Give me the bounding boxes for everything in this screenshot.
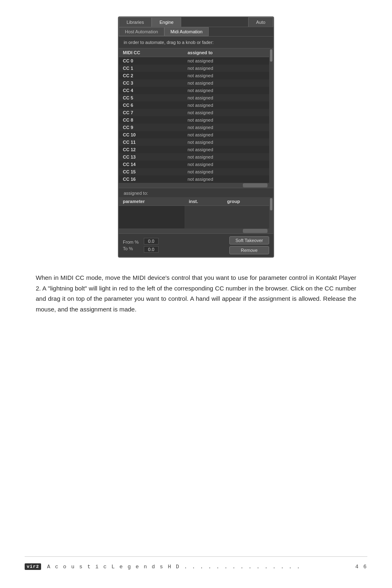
midi-assigned-cell: not assigned <box>183 72 269 79</box>
midi-assigned-cell: not assigned <box>183 175 269 183</box>
tab-engine[interactable]: Engine <box>152 17 181 27</box>
midi-cc-cell: CC 6 <box>119 101 183 109</box>
param-col-header: parameter <box>119 197 184 206</box>
vertical-scrollbar[interactable] <box>269 48 273 188</box>
instruction-text: in order to automate, drag to a knob or … <box>119 37 273 48</box>
midi-assigned-cell: not assigned <box>183 168 269 175</box>
midi-assigned-cell: not assigned <box>183 57 269 65</box>
midi-cc-table-wrapper: MIDI CC assigned to CC 0not assignedCC 1… <box>119 48 273 188</box>
from-label: From % <box>123 240 141 244</box>
midi-assigned-cell: not assigned <box>183 109 269 116</box>
param-scrollbar-thumb <box>243 229 267 233</box>
body-text-section: When in MIDI CC mode, move the MIDI devi… <box>36 272 356 314</box>
midi-assigned-cell: not assigned <box>183 116 269 124</box>
subtab-host-automation[interactable]: Host Automation <box>119 27 164 36</box>
midi-table-row[interactable]: CC 8not assigned <box>119 116 269 124</box>
midi-cc-cell: CC 1 <box>119 65 183 72</box>
midi-assigned-cell: not assigned <box>183 101 269 109</box>
midi-table-row[interactable]: CC 11not assigned <box>119 138 269 146</box>
from-value[interactable]: 0.0 <box>144 238 159 244</box>
v-scrollbar-thumb <box>270 49 272 62</box>
subtab-row: Host Automation Midi Automation <box>119 27 273 37</box>
param-table: parameter inst. group <box>119 197 269 228</box>
remove-button[interactable]: Remove <box>229 246 269 254</box>
to-label: To % <box>123 246 141 251</box>
horizontal-scrollbar[interactable] <box>119 183 269 188</box>
midi-table-row[interactable]: CC 15not assigned <box>119 168 269 175</box>
group-col-header: group <box>223 197 269 206</box>
midi-cc-scroll-area[interactable]: MIDI CC assigned to CC 0not assignedCC 1… <box>119 48 269 188</box>
midi-table-row[interactable]: CC 7not assigned <box>119 109 269 116</box>
midi-assigned-cell: not assigned <box>183 124 269 131</box>
midi-cc-cell: CC 13 <box>119 153 183 161</box>
body-paragraph: When in MIDI CC mode, move the MIDI devi… <box>36 272 356 314</box>
midi-table-row[interactable]: CC 2not assigned <box>119 72 269 79</box>
midi-table-row[interactable]: CC 0not assigned <box>119 57 269 65</box>
midi-assigned-cell: not assigned <box>183 161 269 168</box>
midi-cc-cell: CC 4 <box>119 87 183 94</box>
footer-logo: vir2 <box>25 563 41 570</box>
midi-table-row[interactable]: CC 6not assigned <box>119 101 269 109</box>
scrollbar-thumb <box>243 183 267 187</box>
midi-cc-cell: CC 3 <box>119 79 183 87</box>
midi-assigned-cell: not assigned <box>183 87 269 94</box>
to-value[interactable]: 0.0 <box>144 246 159 253</box>
param-table-wrapper: parameter inst. group <box>119 197 273 233</box>
midi-table-row[interactable]: CC 12not assigned <box>119 146 269 153</box>
midi-cc-cell: CC 12 <box>119 146 183 153</box>
tab-auto[interactable]: Auto <box>248 17 273 27</box>
midi-assigned-cell: not assigned <box>183 131 269 138</box>
midi-table-row[interactable]: CC 4not assigned <box>119 87 269 94</box>
midi-table-row[interactable]: CC 9not assigned <box>119 124 269 131</box>
footer-page: 4 6 <box>355 564 367 570</box>
from-to-labels: From % To % <box>123 240 141 251</box>
midi-cc-cell: CC 16 <box>119 175 183 183</box>
midi-table-row[interactable]: CC 10not assigned <box>119 131 269 138</box>
midi-assigned-cell: not assigned <box>183 153 269 161</box>
midi-assigned-cell: not assigned <box>183 94 269 101</box>
from-to-row: From % To % 0.0 0.0 Soft Takeover Remove <box>119 233 273 257</box>
midi-cc-cell: CC 7 <box>119 109 183 116</box>
midi-assigned-cell: not assigned <box>183 138 269 146</box>
midi-table-row[interactable]: CC 14not assigned <box>119 161 269 168</box>
from-to-buttons: Soft Takeover Remove <box>229 236 269 254</box>
param-v-scrollbar-thumb <box>270 198 272 210</box>
midi-cc-col-header: MIDI CC <box>119 48 183 57</box>
midi-assigned-cell: not assigned <box>183 146 269 153</box>
midi-cc-cell: CC 2 <box>119 72 183 79</box>
midi-cc-cell: CC 10 <box>119 131 183 138</box>
midi-cc-cell: CC 11 <box>119 138 183 146</box>
midi-table-row[interactable]: CC 13not assigned <box>119 153 269 161</box>
soft-takeover-button[interactable]: Soft Takeover <box>229 236 269 244</box>
footer-row: vir2 A c o u s t i c L e g e n d s H D .… <box>25 562 367 572</box>
param-vertical-scrollbar[interactable] <box>269 197 273 233</box>
param-scroll-area[interactable]: parameter inst. group <box>119 197 269 233</box>
midi-cc-cell: CC 5 <box>119 94 183 101</box>
midi-cc-cell: CC 14 <box>119 161 183 168</box>
midi-table-row[interactable]: CC 5not assigned <box>119 94 269 101</box>
midi-cc-cell: CC 8 <box>119 116 183 124</box>
assigned-to-label: assigned to: <box>119 188 273 197</box>
midi-assigned-cell: not assigned <box>183 65 269 72</box>
midi-cc-cell: CC 9 <box>119 124 183 131</box>
subtab-midi-automation[interactable]: Midi Automation <box>164 27 209 36</box>
inst-col-header: inst. <box>184 197 223 206</box>
logo-box: vir2 <box>25 563 41 570</box>
tab-libraries[interactable]: Libraries <box>119 17 152 27</box>
from-to-values: 0.0 0.0 <box>144 238 159 253</box>
footer-divider <box>25 556 367 557</box>
footer-text: A c o u s t i c L e g e n d s H D . . . … <box>47 564 355 570</box>
assigned-to-col-header: assigned to <box>183 48 269 57</box>
midi-cc-table: MIDI CC assigned to CC 0not assignedCC 1… <box>119 48 269 183</box>
midi-cc-cell: CC 0 <box>119 57 183 65</box>
midi-automation-panel: Libraries Engine Auto Host Automation Mi… <box>118 16 274 258</box>
tab-row: Libraries Engine Auto <box>119 17 273 27</box>
param-horizontal-scrollbar[interactable] <box>119 228 269 233</box>
midi-table-row[interactable]: CC 3not assigned <box>119 79 269 87</box>
midi-table-row[interactable]: CC 16not assigned <box>119 175 269 183</box>
midi-cc-cell: CC 15 <box>119 168 183 175</box>
midi-assigned-cell: not assigned <box>183 79 269 87</box>
midi-table-row[interactable]: CC 1not assigned <box>119 65 269 72</box>
